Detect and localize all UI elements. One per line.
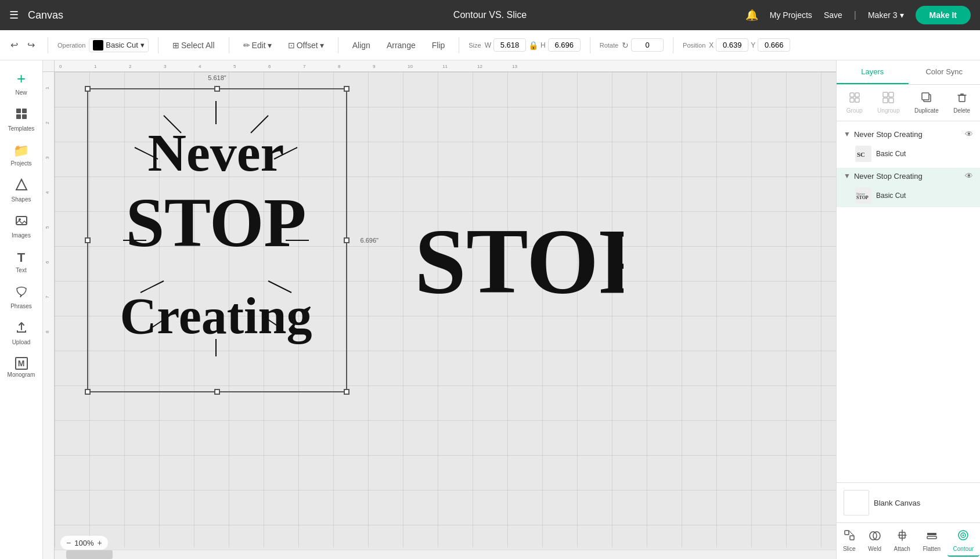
canvas-scrollbar-bottom[interactable] xyxy=(55,550,836,559)
weld-tool[interactable]: Weld xyxy=(862,525,887,557)
my-projects-link[interactable]: My Projects xyxy=(770,10,812,20)
attach-icon xyxy=(896,529,909,544)
svg-rect-55 xyxy=(959,95,965,102)
size-w-input[interactable] xyxy=(493,38,526,52)
layer-group-1-eye-icon[interactable]: 👁 xyxy=(965,129,973,139)
stop-text-element[interactable]: STOP xyxy=(415,200,624,306)
svg-rect-65 xyxy=(927,536,936,539)
offset-button[interactable]: ⊡ Offset ▾ xyxy=(283,38,329,52)
delete-action[interactable]: Delete xyxy=(949,89,975,116)
sidebar-item-templates-label: Templates xyxy=(8,125,35,132)
flatten-tool[interactable]: Flatten xyxy=(917,525,946,557)
lock-icon[interactable]: 🔒 xyxy=(528,41,538,50)
svg-text:11: 11 xyxy=(442,64,448,69)
toolbar-divider-2 xyxy=(158,37,158,53)
delete-label: Delete xyxy=(953,107,970,114)
handle-tm[interactable] xyxy=(214,86,220,92)
machine-selector[interactable]: Maker 3 ▾ xyxy=(868,10,904,20)
svg-text:2: 2 xyxy=(129,64,132,69)
layer-group-1-name: Never Stop Creating xyxy=(854,130,961,139)
arrange-button[interactable]: Arrange xyxy=(382,38,420,52)
slice-tool[interactable]: Slice xyxy=(837,525,862,557)
offset-icon: ⊡ xyxy=(288,41,295,50)
zoom-out-button[interactable]: − xyxy=(66,538,71,547)
zoom-controls: − 100% + xyxy=(60,536,108,550)
canvas-area[interactable]: 0 1 2 3 4 5 6 7 8 9 10 11 12 13 1 2 3 xyxy=(43,60,836,559)
align-button[interactable]: Align xyxy=(348,38,375,52)
svg-text:5: 5 xyxy=(45,226,50,229)
monogram-icon: M xyxy=(15,357,28,370)
edit-button[interactable]: ✏ Edit ▾ xyxy=(239,38,276,52)
svg-text:13: 13 xyxy=(512,64,517,69)
attach-tool[interactable]: Attach xyxy=(888,525,916,557)
svg-text:1: 1 xyxy=(94,64,97,69)
operation-group: Operation Basic Cut ▾ xyxy=(57,38,149,52)
svg-text:STOP: STOP xyxy=(856,195,869,200)
handle-bl[interactable] xyxy=(85,389,91,395)
sidebar-item-templates[interactable]: Templates xyxy=(0,103,42,136)
layer-item-1[interactable]: SC Basic Cut xyxy=(837,142,980,165)
svg-rect-60 xyxy=(850,536,854,540)
toolbar: ↩ ↪ Operation Basic Cut ▾ ⊞ Select All ✏… xyxy=(0,30,980,60)
rotate-input[interactable] xyxy=(631,38,664,52)
group-action[interactable]: Group xyxy=(842,89,867,116)
shapes-icon xyxy=(15,178,28,194)
save-button[interactable]: Save xyxy=(824,10,842,20)
svg-text:8: 8 xyxy=(338,64,341,69)
handle-ml[interactable] xyxy=(85,237,91,243)
size-w-label: W xyxy=(485,41,491,49)
svg-text:6: 6 xyxy=(268,64,271,69)
handle-tl[interactable] xyxy=(85,86,91,92)
layer-group-1-header[interactable]: ▼ Never Stop Creating 👁 xyxy=(837,126,980,142)
tab-color-sync[interactable]: Color Sync xyxy=(909,60,981,84)
sidebar-item-phrases[interactable]: Phrases xyxy=(0,280,42,314)
sidebar-item-shapes[interactable]: Shapes xyxy=(0,174,42,207)
main-design-container[interactable]: 5.618" 6.696" xyxy=(88,89,346,391)
layer-item-2-name: Basic Cut xyxy=(876,192,906,200)
canvas-viewport[interactable]: 5.618" 6.696" xyxy=(55,72,836,547)
sidebar-item-new[interactable]: + New xyxy=(0,65,42,100)
sidebar-item-projects[interactable]: 📁 Projects xyxy=(0,139,42,171)
duplicate-action[interactable]: Duplicate xyxy=(910,89,943,116)
sidebar-item-upload[interactable]: Upload xyxy=(0,316,42,350)
position-group: Position X Y xyxy=(683,38,790,52)
handle-bm[interactable] xyxy=(214,389,220,395)
undo-button[interactable]: ↩ xyxy=(7,37,21,53)
position-y-input[interactable] xyxy=(758,38,790,52)
handle-mr[interactable] xyxy=(344,237,350,243)
flip-button[interactable]: Flip xyxy=(427,38,450,52)
panel-actions: Group Ungroup xyxy=(837,85,980,121)
sidebar-item-text[interactable]: T Text xyxy=(0,246,42,278)
layer-item-2[interactable]: Never STOP Basic Cut xyxy=(837,184,980,207)
svg-text:SC: SC xyxy=(857,151,865,158)
sidebar-item-images[interactable]: Images xyxy=(0,210,42,243)
handle-tr[interactable] xyxy=(344,86,350,92)
operation-select[interactable]: Basic Cut ▾ xyxy=(89,38,149,52)
make-it-button[interactable]: Make It xyxy=(916,6,971,24)
sidebar-item-monogram[interactable]: M Monogram xyxy=(0,352,42,383)
contour-tool[interactable]: Contour xyxy=(947,525,980,557)
nav-divider: | xyxy=(854,10,856,20)
size-label: Size xyxy=(469,42,481,49)
images-icon xyxy=(15,214,28,230)
handle-br[interactable] xyxy=(344,389,350,395)
weld-label: Weld xyxy=(868,546,881,552)
redo-button[interactable]: ↪ xyxy=(24,37,38,53)
ruler-left: 1 2 3 4 5 6 7 8 xyxy=(43,72,55,559)
bell-icon[interactable]: 🔔 xyxy=(745,9,758,21)
svg-text:6: 6 xyxy=(45,261,50,264)
ungroup-action[interactable]: Ungroup xyxy=(873,89,904,116)
select-all-button[interactable]: ⊞ Select All xyxy=(168,38,219,52)
layer-group-2-header[interactable]: ▼ Never Stop Creating 👁 xyxy=(837,168,980,184)
scrollbar-thumb[interactable] xyxy=(66,550,113,559)
layer-group-2-eye-icon[interactable]: 👁 xyxy=(965,171,973,181)
operation-value: Basic Cut xyxy=(106,41,138,49)
contour-label: Contour xyxy=(953,546,974,552)
tab-layers[interactable]: Layers xyxy=(837,60,909,84)
position-x-input[interactable] xyxy=(716,38,748,52)
zoom-in-button[interactable]: + xyxy=(97,538,102,547)
duplicate-icon xyxy=(921,92,932,106)
edit-icon: ✏ xyxy=(243,41,250,50)
size-h-input[interactable] xyxy=(548,38,581,52)
menu-icon[interactable]: ☰ xyxy=(9,9,19,21)
